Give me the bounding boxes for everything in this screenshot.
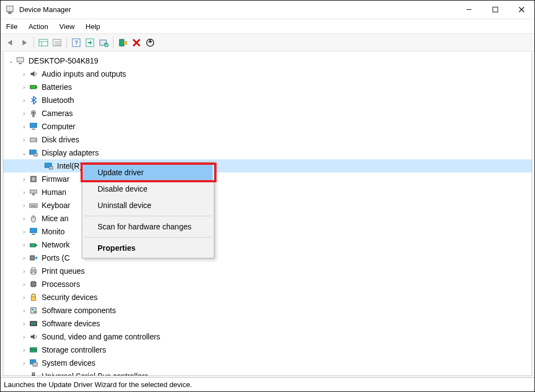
menu-disable-device[interactable]: Disable device <box>83 181 213 197</box>
category-print-queues[interactable]: › Print queues <box>3 264 532 278</box>
cpu-icon <box>29 279 38 289</box>
category-label: Storage controllers <box>42 345 106 354</box>
expand-arrow-icon[interactable]: › <box>20 255 29 261</box>
category-label: Software devices <box>42 319 100 328</box>
minimize-button[interactable] <box>456 1 482 19</box>
menu-help[interactable]: Help <box>86 22 100 31</box>
system-devices-icon <box>29 358 38 368</box>
expand-arrow-icon[interactable]: › <box>20 321 29 327</box>
category-system-devices[interactable]: › System devices <box>3 356 532 370</box>
enable-device-button[interactable] <box>83 36 96 49</box>
expand-arrow-icon[interactable]: › <box>20 189 29 195</box>
category-software-devices[interactable]: › Software devices <box>3 317 532 330</box>
monitor-icon <box>29 227 38 237</box>
menu-item-label: Uninstall device <box>98 201 151 210</box>
svg-rect-71 <box>34 322 36 325</box>
category-display-adapters[interactable]: ⌄ Display adapters <box>3 146 532 159</box>
help-button[interactable]: ? <box>70 36 83 49</box>
menu-item-label: Disable device <box>98 185 147 193</box>
expand-arrow-icon[interactable]: › <box>20 176 29 182</box>
scan-hardware-button[interactable] <box>116 36 129 49</box>
expand-arrow-icon[interactable]: › <box>20 216 29 222</box>
display-adapter-icon <box>29 148 38 158</box>
expand-arrow-icon[interactable]: › <box>20 373 29 377</box>
menu-view[interactable]: View <box>59 22 75 31</box>
category-disk-drives[interactable]: › Disk drives <box>3 133 532 146</box>
expand-arrow-icon[interactable]: › <box>20 229 29 235</box>
category-label: Print queues <box>42 267 85 275</box>
show-hide-tree-button[interactable] <box>37 36 50 49</box>
category-cameras[interactable]: › Cameras <box>3 107 532 120</box>
category-label: Software components <box>42 306 116 315</box>
menu-properties[interactable]: Properties <box>83 240 213 256</box>
svg-rect-72 <box>30 348 37 350</box>
category-software-components[interactable]: › Software components <box>3 304 532 317</box>
menu-update-driver[interactable]: Update driver <box>83 164 213 181</box>
separator <box>66 37 67 49</box>
menu-scan-hardware[interactable]: Scan for hardware changes <box>83 218 213 235</box>
category-label: Processors <box>42 280 80 289</box>
expand-arrow-icon[interactable]: › <box>20 268 29 274</box>
expand-arrow-icon[interactable]: › <box>20 242 29 248</box>
svg-rect-36 <box>34 153 37 156</box>
expand-arrow-icon[interactable]: › <box>20 203 29 209</box>
uninstall-device-button[interactable] <box>130 36 143 49</box>
expand-arrow-icon[interactable]: › <box>20 334 29 340</box>
category-label: Universal Serial Bus controllers <box>42 372 149 376</box>
expand-arrow-icon[interactable]: ⌄ <box>20 150 29 156</box>
expand-arrow-icon[interactable]: › <box>20 308 29 314</box>
svg-rect-38 <box>49 166 53 169</box>
expand-arrow-icon[interactable]: ⌄ <box>7 58 15 64</box>
svg-rect-65 <box>31 297 36 301</box>
category-sound-video[interactable]: › Sound, video and game controllers <box>3 330 532 343</box>
expand-arrow-icon[interactable]: › <box>20 347 29 353</box>
category-storage-controllers[interactable]: › Storage controllers <box>3 343 532 356</box>
svg-point-29 <box>32 112 35 114</box>
svg-rect-30 <box>32 115 35 117</box>
action-menu-button[interactable] <box>50 36 64 49</box>
category-audio[interactable]: › Audio inputs and outputs <box>3 67 532 80</box>
menu-separator <box>84 216 212 216</box>
window-title: Device Manager <box>19 5 456 14</box>
category-bluetooth[interactable]: › Bluetooth <box>3 94 532 107</box>
storage-icon <box>29 345 38 355</box>
svg-rect-4 <box>493 7 498 12</box>
svg-rect-52 <box>30 256 35 260</box>
software-component-icon <box>29 305 38 315</box>
svg-rect-41 <box>30 190 37 193</box>
menu-file[interactable]: File <box>6 22 18 31</box>
hid-icon <box>29 187 38 197</box>
back-button[interactable] <box>4 36 17 49</box>
expand-arrow-icon[interactable]: › <box>20 360 29 366</box>
expand-arrow-icon[interactable]: › <box>20 71 29 77</box>
update-driver-button[interactable] <box>97 36 110 49</box>
menu-item-label: Scan for hardware changes <box>98 222 191 231</box>
menu-uninstall-device[interactable]: Uninstall device <box>83 197 213 214</box>
expand-arrow-icon[interactable]: › <box>20 295 29 301</box>
menu-action[interactable]: Action <box>29 22 48 31</box>
svg-rect-51 <box>36 245 37 246</box>
maximize-button[interactable] <box>482 1 508 19</box>
close-button[interactable] <box>508 1 534 19</box>
category-security[interactable]: › Security devices <box>3 291 532 304</box>
disable-device-button[interactable] <box>144 36 157 49</box>
category-label: Firmwar <box>42 175 70 183</box>
category-label: Cameras <box>42 109 73 118</box>
expand-arrow-icon[interactable]: › <box>20 84 29 90</box>
tree-root[interactable]: ⌄ DESKTOP-504K819 <box>3 54 532 67</box>
expand-arrow-icon[interactable]: › <box>20 111 29 117</box>
expand-arrow-icon[interactable]: › <box>20 281 29 287</box>
forward-button[interactable] <box>18 36 31 49</box>
expand-arrow-icon[interactable]: › <box>20 97 29 103</box>
expand-arrow-icon[interactable]: › <box>20 124 29 130</box>
svg-rect-77 <box>32 375 35 376</box>
svg-rect-19 <box>119 39 124 46</box>
svg-rect-24 <box>17 57 24 62</box>
bluetooth-icon <box>29 95 38 105</box>
category-batteries[interactable]: › Batteries <box>3 80 532 94</box>
expand-arrow-icon[interactable]: › <box>20 137 29 143</box>
category-processors[interactable]: › Processors <box>3 278 532 291</box>
category-usb[interactable]: › Universal Serial Bus controllers <box>3 370 532 376</box>
category-computer[interactable]: › Computer <box>3 120 532 133</box>
disk-icon <box>29 135 38 145</box>
